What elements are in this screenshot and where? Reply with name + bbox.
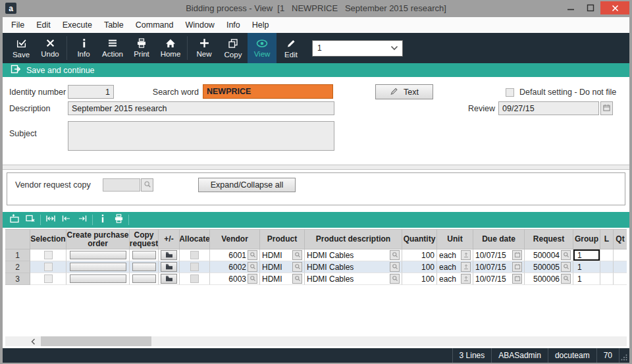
create-purchase-order-button[interactable]: [70, 251, 126, 259]
qt-cell[interactable]: [614, 249, 627, 261]
product-cell[interactable]: HDMI: [260, 261, 305, 273]
unit-cell[interactable]: each: [437, 261, 473, 273]
allocate-box[interactable]: [190, 274, 199, 283]
minimize-button[interactable]: [561, 1, 581, 14]
default-setting-checkbox[interactable]: [506, 88, 514, 97]
fit-left-button[interactable]: [59, 212, 74, 228]
search-word-field[interactable]: NEWPRICE: [203, 84, 333, 99]
copy-request-button[interactable]: [132, 263, 156, 271]
expand-folder-button[interactable]: [161, 262, 177, 272]
expand-collapse-all-button[interactable]: Expand/Collapse all: [198, 178, 296, 192]
product-cell[interactable]: HDMI: [260, 249, 305, 261]
selection-checkbox[interactable]: [44, 263, 53, 271]
header-product-description[interactable]: Product description: [305, 230, 402, 249]
product-lookup-button[interactable]: [292, 262, 302, 272]
product-lookup-button[interactable]: [292, 250, 302, 260]
due-date-calendar-button[interactable]: [512, 250, 522, 260]
vendor-cell[interactable]: 6003: [210, 273, 260, 285]
copy-button[interactable]: Copy: [219, 33, 248, 63]
qt-cell[interactable]: [614, 261, 627, 273]
copy-request-button[interactable]: [132, 251, 156, 259]
menu-file[interactable]: File: [5, 17, 30, 33]
header-vendor[interactable]: Vendor: [210, 230, 260, 249]
description-lookup-button[interactable]: [390, 262, 400, 272]
vendor-cell[interactable]: 6002: [210, 261, 260, 273]
vendor-search-button[interactable]: [141, 178, 153, 192]
create-purchase-order-button[interactable]: [70, 263, 126, 271]
due-date-calendar-button[interactable]: [512, 274, 522, 284]
maximize-button[interactable]: [581, 1, 600, 14]
product-lookup-button[interactable]: [292, 274, 302, 284]
expand-folder-button[interactable]: [161, 250, 177, 260]
description-lookup-button[interactable]: [390, 250, 400, 260]
new-button[interactable]: New: [190, 33, 219, 63]
header-selection[interactable]: Selection: [30, 230, 66, 249]
header-copy-request[interactable]: Copy request: [130, 230, 159, 249]
quantity-cell[interactable]: 100: [402, 249, 437, 261]
vendor-lookup-button[interactable]: [248, 250, 257, 260]
undo-button[interactable]: Undo: [36, 33, 65, 63]
print-button[interactable]: Print: [127, 33, 156, 63]
fit-width-button[interactable]: [43, 212, 59, 228]
grid-info-button[interactable]: [95, 212, 111, 228]
header-quantity[interactable]: Quantity: [402, 230, 437, 249]
quantity-cell[interactable]: 100: [402, 261, 437, 273]
due-date-cell[interactable]: 10/07/15: [473, 261, 525, 273]
unit-select-button[interactable]: [461, 262, 471, 272]
close-button[interactable]: [600, 1, 629, 14]
row-number[interactable]: 3: [5, 273, 30, 285]
group-cell-focused[interactable]: 1: [573, 249, 600, 261]
header-request[interactable]: Request: [525, 230, 573, 249]
selection-checkbox[interactable]: [44, 274, 53, 283]
grid-print-button[interactable]: [111, 212, 126, 228]
due-date-calendar-button[interactable]: [512, 262, 522, 272]
due-date-cell[interactable]: 10/07/15: [473, 249, 525, 261]
fit-right-button[interactable]: [74, 212, 90, 228]
action-button[interactable]: Action: [98, 33, 127, 63]
menu-help[interactable]: Help: [246, 17, 275, 33]
header-product[interactable]: Product: [260, 230, 305, 249]
review-date-field[interactable]: 09/27/15: [498, 101, 599, 115]
product-description-cell[interactable]: HDMI Cables: [305, 249, 402, 261]
request-lookup-button[interactable]: [561, 274, 571, 284]
scrollbar-thumb[interactable]: [41, 336, 151, 346]
identity-number-field[interactable]: 1: [68, 85, 114, 99]
request-lookup-button[interactable]: [561, 250, 571, 260]
quantity-cell[interactable]: 100: [402, 273, 437, 285]
header-l[interactable]: L: [600, 230, 614, 249]
request-lookup-button[interactable]: [561, 262, 571, 272]
due-date-cell[interactable]: 10/07/15: [473, 273, 525, 285]
allocate-box[interactable]: [190, 251, 199, 259]
copy-request-button[interactable]: [132, 274, 156, 283]
menu-info[interactable]: Info: [221, 17, 246, 33]
insert-row-button[interactable]: [7, 212, 22, 228]
text-button[interactable]: Text: [375, 84, 433, 99]
row-number[interactable]: 2: [5, 261, 30, 273]
product-description-cell[interactable]: HDMI Cables: [305, 273, 402, 285]
subject-field[interactable]: [68, 121, 334, 151]
header-due-date[interactable]: Due date: [473, 230, 525, 249]
header-group[interactable]: Group: [573, 230, 600, 249]
selection-checkbox[interactable]: [44, 251, 53, 259]
product-description-cell[interactable]: HDMI Cables: [305, 261, 402, 273]
l-cell[interactable]: [600, 273, 614, 285]
scroll-left-button[interactable]: [26, 336, 40, 346]
view-button[interactable]: View: [248, 33, 276, 63]
request-cell[interactable]: 500006: [525, 273, 573, 285]
edit-button[interactable]: Edit: [276, 33, 305, 63]
l-cell[interactable]: [600, 261, 614, 273]
vendor-lookup-button[interactable]: [248, 262, 257, 272]
description-field[interactable]: September 2015 research: [68, 101, 334, 115]
product-cell[interactable]: HDMI: [260, 273, 305, 285]
unit-select-button[interactable]: [461, 250, 471, 260]
expand-folder-button[interactable]: [161, 274, 177, 284]
l-cell[interactable]: [600, 249, 614, 261]
resize-grip-icon[interactable]: [619, 348, 629, 363]
allocate-box[interactable]: [190, 263, 199, 271]
row-number[interactable]: 1: [5, 249, 30, 261]
unit-cell[interactable]: each: [437, 273, 473, 285]
menu-edit[interactable]: Edit: [30, 17, 57, 33]
menu-execute[interactable]: Execute: [57, 17, 98, 33]
menu-command[interactable]: Command: [130, 17, 180, 33]
menu-table[interactable]: Table: [98, 17, 130, 33]
